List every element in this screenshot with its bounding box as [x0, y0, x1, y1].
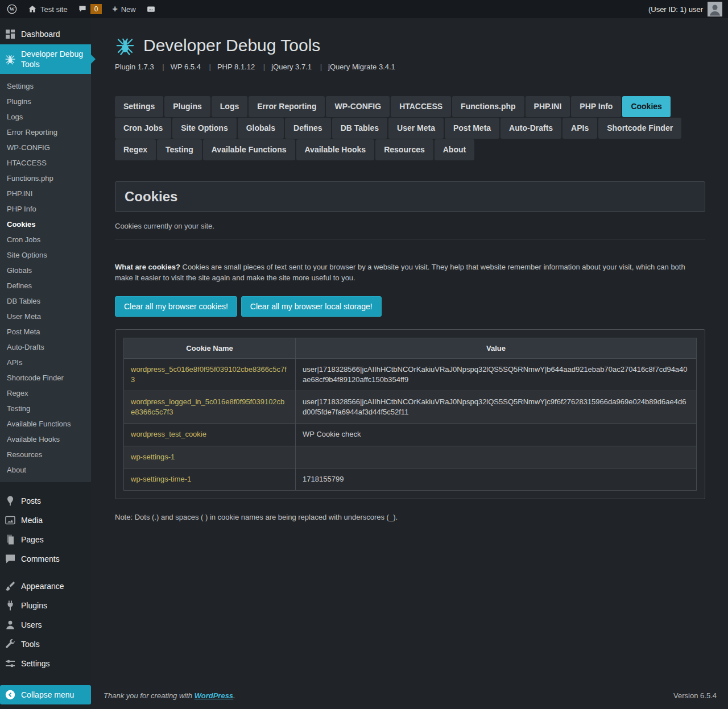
sidebar-item-comments[interactable]: Comments	[0, 549, 91, 569]
clear-cookies-button[interactable]: Clear all my browser cookies!	[115, 296, 237, 317]
sidebar-item-plugins[interactable]: Plugins	[0, 596, 91, 615]
submenu-item[interactable]: Cookies	[0, 217, 91, 232]
info-body: Cookies are small pieces of text sent to…	[115, 263, 685, 282]
sidebar-item-appearance[interactable]: Appearance	[0, 577, 91, 596]
cookie-name-cell: wordpress_logged_in_5c016e8f0f95f039102c…	[124, 391, 296, 424]
tab[interactable]: Functions.php	[452, 96, 524, 117]
admin-bar-comments[interactable]: 0	[73, 0, 107, 18]
sidebar-item-media[interactable]: Media	[0, 511, 91, 530]
tab[interactable]: Logs	[212, 96, 247, 117]
submenu-item[interactable]: APIs	[0, 355, 91, 370]
submenu-item[interactable]: Error Reporting	[0, 125, 91, 140]
tab[interactable]: PHP Info	[571, 96, 621, 117]
tab[interactable]: Error Reporting	[249, 96, 325, 117]
submenu-item[interactable]: Globals	[0, 263, 91, 278]
sliders-icon	[5, 658, 16, 669]
wordpress-link[interactable]: WordPress	[195, 691, 233, 700]
tab[interactable]: Available Hooks	[296, 139, 375, 160]
cookies-note: Note: Dots (.) and spaces ( ) in cookie …	[115, 513, 705, 521]
site-name-link[interactable]: Test site	[23, 0, 73, 18]
tab[interactable]: APIs	[562, 118, 597, 139]
submenu-item[interactable]: Defines	[0, 278, 91, 293]
tab[interactable]: Cookies	[622, 96, 670, 117]
submenu-item[interactable]: Functions.php	[0, 171, 91, 186]
tab[interactable]: WP-CONFIG	[326, 96, 390, 117]
cookie-name-cell: wordpress_5c016e8f0f95f039102cbe8366c5c7…	[124, 358, 296, 391]
submenu-item[interactable]: PHP.INI	[0, 186, 91, 201]
sidebar-item-developer-debug-tools[interactable]: Developer Debug Tools	[0, 44, 91, 74]
submenu-item[interactable]: Regex	[0, 385, 91, 401]
tab[interactable]: Settings	[115, 96, 163, 117]
tab[interactable]: About	[435, 139, 474, 160]
tab[interactable]: Globals	[238, 118, 284, 139]
submenu-item[interactable]: Logs	[0, 109, 91, 125]
sidebar-item-dashboard[interactable]: Dashboard	[0, 24, 91, 44]
version-item: WP 6.5.4	[156, 63, 201, 71]
screenshot-toolbar-icon[interactable]	[141, 0, 161, 18]
version-item: jQuery Migrate 3.4.1	[314, 63, 395, 71]
sidebar-item-label: Comments	[21, 554, 60, 563]
tab[interactable]: HTACCESS	[391, 96, 451, 117]
avatar[interactable]	[708, 2, 722, 16]
submenu-item[interactable]: Available Hooks	[0, 432, 91, 447]
tab[interactable]: Defines	[285, 118, 331, 139]
cookies-info-text: What are cookies? Cookies are small piec…	[115, 262, 705, 284]
tab[interactable]: Post Meta	[445, 118, 499, 139]
cookie-value-cell	[296, 446, 697, 468]
tab[interactable]: Testing	[157, 139, 202, 160]
submenu-item[interactable]: DB Tables	[0, 293, 91, 309]
tab[interactable]: DB Tables	[332, 118, 387, 139]
sidebar-item-label: Settings	[21, 659, 50, 668]
sidebar-item-label: Dashboard	[21, 29, 60, 39]
submenu-item[interactable]: About	[0, 462, 91, 478]
submenu-item[interactable]: Cron Jobs	[0, 232, 91, 247]
tab[interactable]: Site Options	[172, 118, 236, 139]
tab[interactable]: Auto-Drafts	[500, 118, 561, 139]
admin-footer: Thank you for creating with WordPress. V…	[91, 686, 728, 709]
tab[interactable]: Plugins	[164, 96, 210, 117]
submenu-item[interactable]: User Meta	[0, 309, 91, 324]
wrench-icon	[5, 638, 16, 650]
tab[interactable]: Cron Jobs	[115, 118, 171, 139]
cookie-name-cell: wp-settings-time-1	[124, 468, 296, 490]
sidebar-item-settings[interactable]: Settings	[0, 654, 91, 673]
sidebar-item-label: Tools	[21, 640, 40, 649]
submenu-item[interactable]: Shortcode Finder	[0, 370, 91, 385]
cookie-value-cell: user|1718328566|jcAIIhHCtbNCOrKakiuVRaJ0…	[296, 358, 697, 391]
tab[interactable]: Shortcode Finder	[598, 118, 681, 139]
submenu-item[interactable]: WP-CONFIG	[0, 140, 91, 155]
submenu-item[interactable]: Site Options	[0, 247, 91, 263]
tab[interactable]: PHP.INI	[526, 96, 570, 117]
submenu-item[interactable]: HTACCESS	[0, 155, 91, 171]
tab[interactable]: Regex	[115, 139, 156, 160]
submenu-item[interactable]: Auto-Drafts	[0, 339, 91, 355]
wordpress-logo-icon[interactable]: W	[1, 0, 23, 18]
sidebar-item-users[interactable]: Users	[0, 615, 91, 635]
tab[interactable]: User Meta	[388, 118, 444, 139]
col-header-cookie-name: Cookie Name	[124, 338, 296, 358]
clear-local-storage-button[interactable]: Clear all my browser local storage!	[241, 296, 382, 317]
new-content-button[interactable]: + New	[107, 0, 140, 18]
submenu-item[interactable]: Plugins	[0, 94, 91, 109]
submenu-item[interactable]: Settings	[0, 78, 91, 94]
collapse-menu-button[interactable]: Collapse menu	[0, 685, 91, 704]
sidebar-item-pages[interactable]: Pages	[0, 530, 91, 549]
submenu-item[interactable]: Resources	[0, 447, 91, 462]
user-account-label[interactable]: (User ID: 1) user	[648, 5, 703, 14]
submenu-item[interactable]: Post Meta	[0, 324, 91, 339]
media-icon	[5, 515, 16, 526]
cookie-name-cell: wp-settings-1	[124, 446, 296, 468]
submenu-item[interactable]: PHP Info	[0, 201, 91, 217]
page-header: Developer Debug Tools	[115, 35, 705, 56]
sidebar-item-tools[interactable]: Tools	[0, 635, 91, 654]
sidebar-item-posts[interactable]: Posts	[0, 491, 91, 511]
version-item: jQuery 3.7.1	[257, 63, 312, 71]
submenu-item[interactable]: Available Functions	[0, 416, 91, 432]
thanks-prefix: Thank you for creating with	[104, 691, 195, 700]
cookie-name-cell: wordpress_test_cookie	[124, 424, 296, 446]
tab[interactable]: Available Functions	[203, 139, 295, 160]
submenu-item[interactable]: Testing	[0, 401, 91, 416]
tab[interactable]: Resources	[375, 139, 433, 160]
footer-thanks: Thank you for creating with WordPress.	[104, 691, 235, 700]
site-name-label: Test site	[40, 5, 68, 14]
